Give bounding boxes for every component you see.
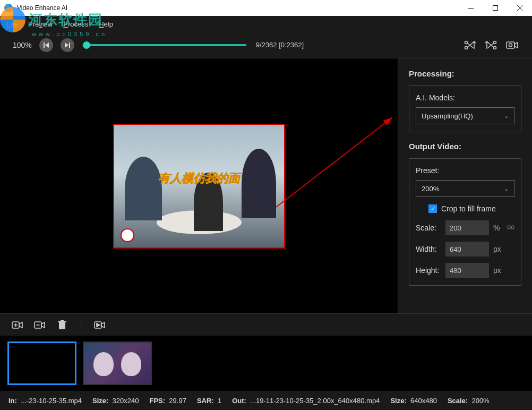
video-frame: 有人模仿我的面 [113,124,285,249]
scissors-in-icon [464,40,476,50]
video-caption: 有人模仿我的面 [158,170,240,186]
ai-model-value: Upsampling(HQ) [422,112,473,120]
svg-rect-33 [59,322,65,329]
output-group: Preset: 200% ⌄ ✓ Crop to fill frame Scal… [409,158,521,286]
playback-toolbar: 100% 9/2362 [0:2362] [0,32,532,58]
svg-marker-37 [101,322,105,328]
minimize-button[interactable] [459,0,483,16]
ai-models-group: A.I. Models: Upsampling(HQ) ⌄ [409,86,521,132]
status-scale: Scale: 200% [448,397,490,405]
thumbnail-item[interactable] [83,341,152,385]
separator [81,319,81,331]
svg-rect-18 [507,42,514,48]
skip-back-icon [44,42,49,48]
svg-line-22 [276,118,392,207]
svg-marker-27 [19,322,22,328]
thumbnail-item[interactable] [7,341,76,385]
status-fps: FPS: 29.97 [150,397,186,405]
svg-rect-4 [44,42,45,48]
main-area: 有人模仿我的面 Processing: A.I. Models: Upsampl… [0,58,532,313]
crop-checkbox[interactable]: ✓ [428,204,437,213]
svg-rect-34 [58,321,66,322]
scale-input[interactable] [445,220,489,235]
preset-label: Preset: [416,166,514,175]
prev-frame-button[interactable] [39,38,53,52]
height-label: Height: [416,266,441,275]
timeline-thumb[interactable] [83,41,90,49]
menu-bar: File Preview Process Help [0,16,532,32]
svg-rect-35 [61,320,64,321]
svg-marker-7 [65,42,68,48]
chevron-down-icon: ⌄ [504,185,509,192]
status-size-in: Size: 320x240 [92,397,139,405]
status-size-out: Size: 640x480 [390,397,436,405]
menu-process[interactable]: Process [63,20,88,28]
next-frame-button[interactable] [61,38,74,52]
preset-select[interactable]: 200% ⌄ [416,180,514,197]
svg-rect-1 [493,6,498,11]
svg-marker-38 [97,323,100,327]
close-icon [517,5,522,11]
menu-preview[interactable]: Preview [28,20,53,28]
height-input[interactable] [445,263,489,278]
output-heading: Output Video: [409,142,521,151]
preset-value: 200% [422,185,439,193]
width-label: Width: [416,245,441,253]
camera-play-icon [94,321,106,329]
annotation-arrow-icon [271,112,398,212]
svg-marker-5 [45,42,49,48]
maximize-icon [493,5,498,11]
timeline-slider[interactable] [82,44,246,46]
scale-label: Scale: [416,224,441,232]
link-icon[interactable] [507,224,514,233]
menu-help[interactable]: Help [99,20,113,28]
svg-marker-31 [41,322,45,328]
width-input[interactable] [445,242,489,257]
maximize-button[interactable] [483,0,508,16]
scissors-out-icon [485,40,497,50]
add-clip-button[interactable] [11,319,24,331]
status-bar: In: ...-23-10-25-35.mp4 Size: 320x240 FP… [0,391,532,410]
ai-models-label: A.I. Models: [416,93,514,102]
ai-model-select[interactable]: Upsampling(HQ) ⌄ [416,107,514,124]
zoom-level[interactable]: 100% [13,41,32,49]
close-button[interactable] [508,0,532,16]
status-out: Out: ...19-11-23-10-25-35_2.00x_640x480.… [232,397,380,405]
clip-toolbar [0,313,532,336]
svg-point-20 [509,44,512,47]
camera-plus-icon [12,321,23,329]
svg-rect-0 [468,8,474,8]
delete-button[interactable] [55,319,69,331]
process-button[interactable] [93,319,107,331]
remove-clip-button[interactable] [33,319,47,331]
app-icon [4,4,13,12]
svg-rect-6 [69,42,70,48]
preview-button[interactable] [505,40,519,50]
crop-label: Crop to fill frame [441,204,496,213]
processing-heading: Processing: [409,69,521,78]
camera-eye-icon [506,41,519,49]
status-in: In: ...-23-10-25-35.mp4 [8,397,82,405]
mark-in-button[interactable] [463,40,477,50]
video-preview-pane[interactable]: 有人模仿我的面 [0,58,398,313]
mark-out-button[interactable] [484,40,498,50]
svg-marker-19 [514,42,518,48]
skip-forward-icon [65,42,70,48]
chevron-down-icon: ⌄ [504,113,509,119]
window-titlebar: Video Enhance AI [0,0,532,16]
status-sar: SAR: 1 [197,397,221,405]
frame-counter: 9/2362 [0:2362] [256,41,304,49]
camera-minus-icon [34,321,46,329]
menu-file[interactable]: File [6,20,18,28]
settings-panel: Processing: A.I. Models: Upsampling(HQ) … [398,58,532,313]
brand-logo-icon [121,228,134,242]
window-title: Video Enhance AI [17,4,67,12]
minimize-icon [468,8,474,8]
thumbnail-strip [0,336,532,391]
trash-icon [58,320,66,330]
width-unit: px [493,245,501,253]
height-unit: px [493,266,501,275]
scale-unit: % [493,224,500,232]
